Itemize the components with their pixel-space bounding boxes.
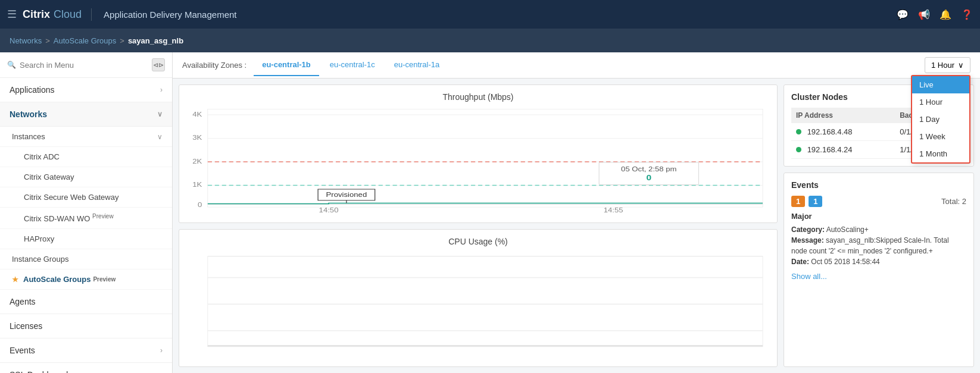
tab-eu-central-1b[interactable]: eu-central-1b [254, 54, 319, 76]
sidebar-item-autoscale-groups[interactable]: ★ AutoScale Groups Preview [0, 269, 172, 290]
cluster-table-header-ip: IP Address [791, 108, 895, 123]
time-option-1week[interactable]: 1 Week [912, 128, 969, 145]
citrix-adc-label: Citrix ADC [24, 152, 60, 161]
event-detail: Category: AutoScaling+ Message: sayan_as… [791, 224, 966, 267]
category-label: Category: [791, 225, 825, 234]
sidebar-item-ssl-dashboard[interactable]: SSL Dashboard [0, 363, 172, 373]
main-layout: 🔍 ⊲⊳ Applications › Networks ∨ Instances… [0, 52, 980, 373]
breadcrumb-autoscale[interactable]: AutoScale Groups [54, 36, 117, 45]
message-label: Message: [791, 236, 824, 245]
megaphone-icon[interactable]: 📢 [918, 9, 930, 20]
sidebar-item-citrix-sdwan[interactable]: Citrix SD-WAN WO Preview [0, 208, 172, 229]
brand-cloud: Cloud [54, 8, 82, 21]
autoscale-groups-label: AutoScale Groups [23, 275, 90, 284]
cpu-chart-area [186, 251, 770, 358]
svg-text:1K: 1K [192, 181, 202, 189]
show-all-link[interactable]: Show all... [791, 272, 966, 281]
applications-chevron: › [160, 86, 163, 94]
date-value: Oct 05 2018 14:58:44 [811, 258, 879, 266]
svg-text:3K: 3K [192, 134, 202, 142]
time-selector-button[interactable]: 1 Hour ∨ [925, 57, 970, 73]
throughput-chart-panel: Throughput (Mbps) 4K 3K 2K 1K 0 [179, 84, 778, 223]
networks-chevron: ∨ [157, 110, 163, 118]
time-option-1month[interactable]: 1 Month [912, 145, 969, 162]
throughput-svg: 4K 3K 2K 1K 0 [186, 106, 770, 213]
event-severity: Major [791, 212, 966, 221]
events-label: Events [10, 346, 35, 355]
chat-icon[interactable]: 💬 [897, 9, 909, 20]
charts-right-layout: Throughput (Mbps) 4K 3K 2K 1K 0 [173, 79, 980, 373]
availability-zones-label: Availability Zones : [182, 61, 246, 70]
search-input[interactable] [20, 61, 148, 70]
cpu-chart-title: CPU Usage (%) [186, 237, 770, 246]
cluster-ip-2: 192.168.4.24 [791, 141, 895, 159]
tabs-bar: Availability Zones : eu-central-1b eu-ce… [173, 52, 980, 79]
instances-label: Instances [12, 132, 45, 141]
time-option-live[interactable]: Live [912, 76, 969, 93]
sidebar-item-haproxy[interactable]: HAProxy [0, 229, 172, 249]
sidebar-item-events[interactable]: Events › [0, 338, 172, 363]
citrix-sdwan-label: Citrix SD-WAN WO [24, 214, 90, 223]
sidebar-item-networks[interactable]: Networks ∨ [0, 102, 172, 127]
svg-text:14:55: 14:55 [604, 207, 623, 213]
brand: Citrix Cloud [23, 8, 92, 21]
sidebar-item-applications[interactable]: Applications › [0, 78, 172, 102]
sdwan-preview-badge: Preview [92, 213, 114, 220]
licenses-label: Licenses [10, 321, 42, 331]
haproxy-label: HAProxy [24, 234, 54, 243]
cpu-svg [186, 251, 770, 358]
sidebar-item-citrix-adc[interactable]: Citrix ADC [0, 147, 172, 167]
time-option-1hour[interactable]: 1 Hour [912, 93, 969, 111]
status-dot-2 [796, 147, 801, 152]
events-total: Total: 2 [941, 197, 966, 206]
autoscale-preview-badge: Preview [93, 276, 116, 283]
sidebar-item-instance-groups[interactable]: Instance Groups [0, 249, 172, 269]
date-label: Date: [791, 258, 809, 266]
cpu-chart-panel: CPU Usage (%) [179, 229, 778, 368]
svg-text:05 Oct, 2:58 pm: 05 Oct, 2:58 pm [621, 165, 677, 173]
cluster-ip-1: 192.168.4.48 [791, 123, 895, 141]
brand-citrix: Citrix [23, 8, 50, 21]
sidebar-item-citrix-gateway[interactable]: Citrix Gateway [0, 167, 172, 187]
tab-eu-central-1c[interactable]: eu-central-1c [322, 54, 383, 76]
instance-groups-label: Instance Groups [12, 255, 68, 264]
svg-text:Provisioned: Provisioned [326, 192, 367, 199]
sidebar-item-instances[interactable]: Instances ∨ [0, 127, 172, 147]
time-dropdown: Live 1 Hour 1 Day 1 Week 1 Month [911, 75, 970, 164]
autoscale-star-icon: ★ [12, 275, 18, 284]
events-chevron: › [160, 346, 163, 355]
sidebar-item-licenses[interactable]: Licenses [0, 314, 172, 338]
sidebar: 🔍 ⊲⊳ Applications › Networks ∨ Instances… [0, 52, 173, 373]
sidebar-item-agents[interactable]: Agents [0, 290, 172, 314]
navbar-icons: 💬 📢 🔔 ❓ [897, 9, 973, 20]
navbar: ☰ Citrix Cloud Application Delivery Mana… [0, 0, 980, 29]
time-selector-value: 1 Hour [931, 61, 954, 70]
throughput-chart-area: 4K 3K 2K 1K 0 [186, 106, 770, 213]
breadcrumb: Networks > AutoScale Groups > sayan_asg_… [10, 36, 183, 45]
category-value: AutoScaling+ [826, 225, 869, 234]
ssl-dashboard-label: SSL Dashboard [10, 370, 68, 373]
events-panel: Events 1 1 Total: 2 Major Category: Auto… [784, 173, 974, 367]
throughput-chart-title: Throughput (Mbps) [186, 92, 770, 102]
svg-text:2K: 2K [192, 158, 202, 165]
time-option-1day[interactable]: 1 Day [912, 111, 969, 128]
sidebar-item-citrix-swg[interactable]: Citrix Secure Web Gateway [0, 187, 172, 208]
tab-eu-central-1a[interactable]: eu-central-1a [386, 54, 448, 76]
search-icon: 🔍 [7, 61, 16, 69]
content-area: Availability Zones : eu-central-1b eu-ce… [173, 52, 980, 373]
bell-icon[interactable]: 🔔 [940, 9, 951, 20]
help-icon[interactable]: ❓ [961, 9, 973, 20]
events-badges: 1 1 Total: 2 [791, 196, 966, 207]
breadcrumb-sep-1: > [45, 36, 50, 45]
sidebar-collapse-button[interactable]: ⊲⊳ [152, 58, 165, 71]
breadcrumb-current: sayan_asg_nlb [128, 36, 183, 45]
sidebar-search-bar: 🔍 ⊲⊳ [0, 52, 172, 78]
svg-text:14:50: 14:50 [319, 207, 339, 213]
breadcrumb-networks[interactable]: Networks [10, 36, 42, 45]
hamburger-icon[interactable]: ☰ [7, 8, 17, 21]
svg-rect-5 [208, 109, 763, 207]
time-selector-chevron: ∨ [958, 61, 964, 70]
networks-label: Networks [10, 109, 47, 119]
status-dot-1 [796, 129, 801, 134]
svg-text:4K: 4K [192, 111, 202, 118]
